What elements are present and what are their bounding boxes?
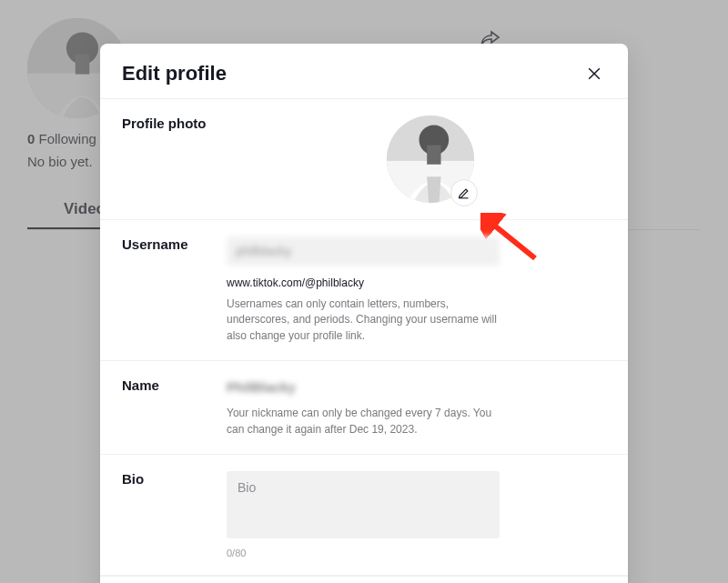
name-help: Your nickname can only be changed every … xyxy=(227,406,509,437)
name-label: Name xyxy=(122,377,227,437)
section-name: Name PhilBlacky Your nickname can only b… xyxy=(100,361,628,455)
bio-char-count: 0/80 xyxy=(227,548,606,558)
close-button[interactable] xyxy=(582,62,606,85)
svg-rect-9 xyxy=(427,146,440,165)
username-label: Username xyxy=(122,236,227,344)
username-help: Usernames can only contain letters, numb… xyxy=(227,297,509,344)
pencil-icon xyxy=(457,186,470,200)
bio-label: Bio xyxy=(122,471,227,558)
username-url: www.tiktok.com/@philblacky xyxy=(227,276,606,289)
edit-profile-modal: Edit profile Profile photo xyxy=(100,44,628,583)
section-username: Username philblacky www.tiktok.com/@phil… xyxy=(100,220,628,361)
close-icon xyxy=(585,65,603,83)
username-input[interactable]: philblacky xyxy=(227,236,500,266)
modal-title: Edit profile xyxy=(122,62,227,85)
name-value[interactable]: PhilBlacky xyxy=(227,377,606,398)
section-bio: Bio 0/80 xyxy=(100,455,628,576)
section-profile-photo: Profile photo xyxy=(100,99,628,220)
edit-photo-button[interactable] xyxy=(450,179,478,206)
photo-wrap xyxy=(387,116,474,203)
modal-header: Edit profile xyxy=(100,44,628,99)
modal-footer: Cancel Save xyxy=(100,576,628,583)
bio-textarea[interactable] xyxy=(227,471,500,538)
photo-label: Profile photo xyxy=(122,116,227,203)
